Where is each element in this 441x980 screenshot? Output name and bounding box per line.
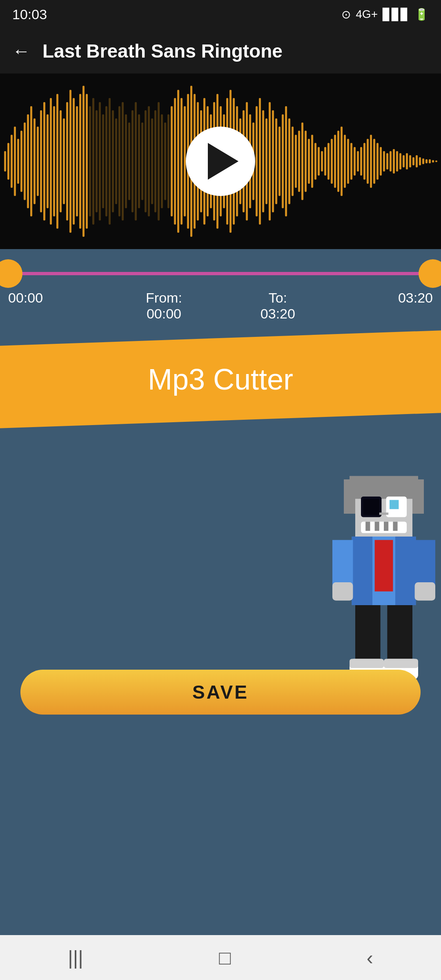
svg-rect-94 — [308, 139, 310, 184]
svg-rect-38 — [125, 114, 127, 208]
svg-rect-153 — [395, 537, 416, 605]
save-button[interactable]: SAVE — [20, 670, 421, 715]
svg-rect-49 — [161, 114, 163, 208]
svg-rect-132 — [432, 160, 434, 163]
svg-rect-119 — [390, 151, 392, 172]
back-button[interactable]: ← — [12, 41, 30, 61]
svg-rect-6 — [20, 131, 22, 192]
svg-rect-133 — [435, 160, 437, 162]
svg-rect-115 — [376, 143, 379, 180]
nav-recent-icon[interactable]: ||| — [68, 947, 83, 969]
page-title: Last Breath Sans Ringtone — [42, 40, 283, 62]
svg-rect-84 — [275, 118, 277, 204]
svg-rect-112 — [367, 139, 369, 184]
svg-rect-123 — [403, 155, 405, 167]
svg-rect-34 — [112, 110, 114, 212]
svg-rect-151 — [375, 540, 393, 591]
time-from-group: From: 00:00 — [146, 290, 182, 322]
svg-rect-146 — [375, 522, 379, 531]
time-to-group: To: 03:20 — [261, 290, 295, 322]
svg-rect-129 — [422, 158, 424, 164]
svg-rect-163 — [384, 659, 418, 668]
svg-rect-158 — [355, 605, 381, 662]
mp3-banner-inner: Mp3 Cutter — [0, 363, 441, 396]
svg-rect-97 — [318, 147, 320, 176]
svg-rect-118 — [386, 153, 388, 169]
slider-track — [8, 272, 433, 275]
svg-rect-157 — [415, 582, 435, 601]
mp3-banner: Mp3 Cutter — [0, 330, 441, 428]
svg-rect-4 — [14, 127, 16, 196]
svg-rect-51 — [167, 114, 169, 208]
svg-rect-22 — [73, 98, 75, 225]
svg-rect-85 — [278, 127, 281, 196]
svg-rect-15 — [50, 98, 52, 225]
svg-rect-88 — [288, 118, 290, 204]
nav-home-icon[interactable]: □ — [219, 947, 231, 969]
from-value: 00:00 — [147, 306, 181, 322]
svg-rect-122 — [399, 153, 401, 169]
svg-rect-21 — [69, 90, 71, 233]
svg-rect-32 — [105, 106, 107, 216]
svg-rect-5 — [17, 139, 19, 184]
battery-icon: 🔋 — [414, 8, 429, 21]
slider-thumb-left[interactable] — [0, 259, 22, 288]
pixel-art-svg — [327, 474, 441, 702]
from-label: From: — [146, 290, 182, 306]
nav-back-icon[interactable]: ‹ — [367, 947, 373, 969]
svg-rect-79 — [259, 98, 261, 225]
svg-rect-110 — [360, 147, 362, 176]
svg-rect-98 — [321, 151, 323, 172]
svg-rect-114 — [373, 139, 375, 184]
svg-rect-1 — [4, 151, 6, 172]
svg-rect-124 — [406, 153, 408, 169]
svg-rect-130 — [425, 159, 428, 163]
status-icons: ⊙ 4G+ ▊▊▊ 🔋 — [341, 8, 429, 21]
network-icon: 4G+ — [356, 8, 378, 21]
svg-rect-99 — [324, 147, 326, 176]
svg-rect-86 — [282, 114, 284, 208]
svg-rect-40 — [131, 110, 134, 212]
svg-rect-136 — [344, 479, 355, 514]
svg-rect-35 — [115, 118, 117, 204]
svg-rect-93 — [305, 131, 307, 192]
svg-rect-108 — [354, 147, 356, 176]
svg-rect-145 — [365, 522, 370, 531]
svg-rect-127 — [416, 155, 418, 167]
svg-rect-120 — [393, 149, 395, 174]
svg-rect-101 — [331, 139, 333, 184]
svg-rect-10 — [33, 118, 36, 204]
main-content: SAVE — [0, 433, 441, 760]
svg-rect-20 — [66, 102, 68, 220]
svg-rect-156 — [332, 582, 353, 601]
range-slider[interactable] — [8, 261, 433, 286]
slider-thumb-right[interactable] — [419, 259, 441, 288]
play-button[interactable] — [186, 127, 255, 196]
svg-rect-82 — [269, 102, 271, 220]
svg-rect-78 — [256, 106, 258, 216]
svg-rect-109 — [357, 151, 359, 172]
top-bar: ← Last Breath Sans Ringtone — [0, 29, 441, 74]
svg-rect-141 — [363, 499, 379, 515]
svg-rect-30 — [99, 102, 101, 220]
svg-rect-19 — [63, 118, 65, 204]
svg-rect-90 — [295, 135, 297, 188]
svg-rect-159 — [387, 605, 412, 662]
status-time: 10:03 — [12, 7, 47, 22]
svg-rect-47 — [154, 110, 156, 212]
svg-rect-104 — [341, 127, 343, 196]
svg-rect-8 — [27, 114, 29, 208]
svg-rect-11 — [37, 127, 39, 196]
svg-rect-140 — [390, 500, 399, 509]
svg-rect-44 — [145, 110, 147, 212]
svg-rect-116 — [380, 147, 382, 176]
svg-rect-28 — [92, 98, 94, 225]
to-label: To: — [269, 290, 287, 306]
svg-rect-2 — [7, 143, 9, 180]
svg-rect-55 — [180, 98, 183, 225]
svg-rect-42 — [138, 114, 140, 208]
svg-rect-12 — [40, 110, 42, 212]
svg-rect-128 — [419, 157, 421, 165]
mp3-banner-text: Mp3 Cutter — [148, 363, 293, 396]
svg-rect-142 — [379, 512, 384, 515]
